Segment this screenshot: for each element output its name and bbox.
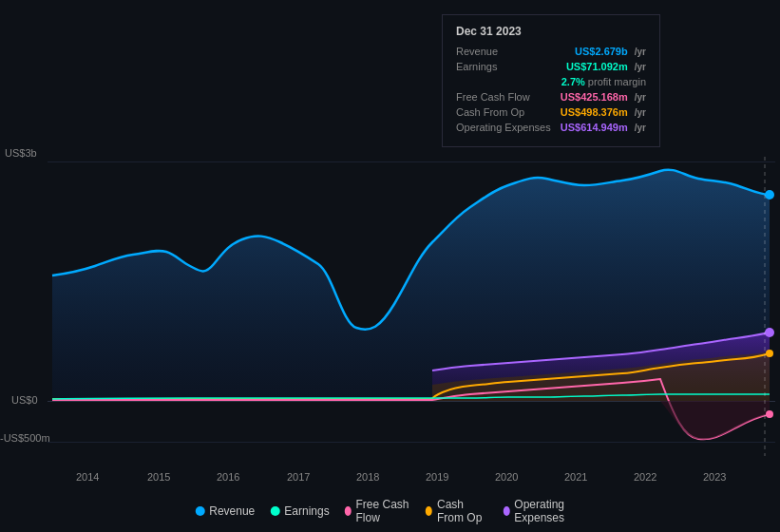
profit-margin-pct: 2.7% [561, 76, 585, 87]
tooltip-label-cfo: Cash From Op [456, 106, 551, 118]
tooltip-row-revenue: Revenue US$2.679b /yr [456, 46, 646, 57]
legend-item-fcf[interactable]: Free Cash Flow [345, 498, 411, 524]
revenue-dot [765, 190, 774, 200]
tooltip-value-fcf: US$425.168m /yr [561, 91, 646, 103]
tooltip-value-revenue: US$2.679b /yr [575, 46, 646, 57]
x-label-2022: 2022 [634, 471, 656, 483]
x-label-2023: 2023 [703, 471, 726, 483]
legend-label-opex: Operating Expenses [514, 498, 584, 524]
tooltip-value-earnings: US$71.092m /yr [566, 61, 646, 72]
legend-item-opex[interactable]: Operating Expenses [503, 498, 584, 524]
legend-label-fcf: Free Cash Flow [355, 498, 410, 524]
legend-label-revenue: Revenue [209, 504, 255, 518]
tooltip-row-opex: Operating Expenses US$614.949m /yr [456, 122, 646, 133]
legend: Revenue Earnings Free Cash Flow Cash Fro… [195, 498, 585, 524]
legend-dot-revenue [195, 506, 204, 516]
x-label-2021: 2021 [564, 471, 587, 483]
tooltip-value-cfo: US$498.376m /yr [561, 106, 646, 118]
x-label-2014: 2014 [76, 471, 99, 483]
tooltip-row-earnings: Earnings US$71.092m /yr [456, 61, 646, 72]
legend-dot-fcf [345, 506, 352, 516]
tooltip-label-fcf: Free Cash Flow [456, 91, 551, 103]
legend-dot-cfo [426, 506, 432, 516]
fcf-dot [766, 410, 773, 418]
profit-margin-text: 2.7% profit margin [561, 76, 646, 87]
tooltip-label-revenue: Revenue [456, 46, 551, 57]
x-label-2018: 2018 [356, 471, 379, 483]
tooltip-row-cfo: Cash From Op US$498.376m /yr [456, 106, 646, 118]
legend-item-earnings[interactable]: Earnings [270, 504, 329, 518]
x-label-2017: 2017 [287, 471, 310, 483]
tooltip-label-opex: Operating Expenses [456, 122, 551, 133]
x-label-2020: 2020 [495, 471, 518, 483]
legend-label-cfo: Cash From Op [437, 498, 488, 524]
tooltip-row-fcf: Free Cash Flow US$425.168m /yr [456, 91, 646, 103]
x-label-2016: 2016 [217, 471, 239, 483]
tooltip-card: Dec 31 2023 Revenue US$2.679b /yr Earnin… [442, 14, 660, 147]
x-label-2015: 2015 [147, 471, 170, 483]
profit-margin-row: 2.7% profit margin [456, 76, 646, 87]
profit-margin-label: profit margin [588, 76, 646, 87]
legend-dot-opex [503, 506, 509, 516]
tooltip-value-opex: US$614.949m /yr [561, 122, 646, 133]
x-label-2019: 2019 [426, 471, 448, 483]
chart-svg [0, 0, 780, 484]
tooltip-title: Dec 31 2023 [456, 25, 646, 38]
legend-label-earnings: Earnings [284, 504, 329, 518]
chart-container: Dec 31 2023 Revenue US$2.679b /yr Earnin… [0, 0, 780, 532]
tooltip-label-earnings: Earnings [456, 61, 551, 72]
cfo-dot [766, 350, 773, 357]
opex-dot [765, 328, 774, 337]
legend-item-cfo[interactable]: Cash From Op [426, 498, 487, 524]
legend-item-revenue[interactable]: Revenue [195, 504, 255, 518]
legend-dot-earnings [270, 506, 279, 516]
